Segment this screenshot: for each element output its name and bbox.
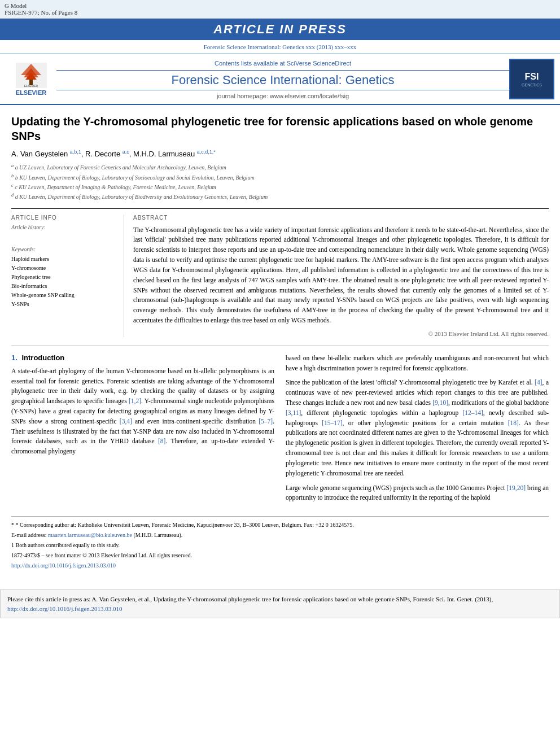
equal-contrib-footnote: 1 Both authors contributed equally to th… xyxy=(11,541,549,549)
introduction-heading: 1. Introduction xyxy=(11,353,274,362)
fsi-logo: FSI GENETICS xyxy=(509,59,554,99)
bottom-citation-bar: Please cite this article in press as: A.… xyxy=(0,589,560,618)
ref-12-14[interactable]: [12–14] xyxy=(462,409,483,416)
intro-paragraph-right-2: Since the publication of the latest 'off… xyxy=(286,378,549,478)
article-in-press-text: ARTICLE IN PRESS xyxy=(213,22,347,36)
keywords-list: Haploid markers Y-chromosome Phylogeneti… xyxy=(11,255,118,309)
journal-header: ELSEVIER ELSEVIER Contents lists availab… xyxy=(0,54,560,105)
sciverse-link[interactable]: Contents lists available at SciVerse Sci… xyxy=(215,60,351,67)
elsevier-text: ELSEVIER xyxy=(16,89,46,96)
journal-title: Forensic Science International: Genetics xyxy=(56,73,509,88)
abstract-column: ABSTRACT The Y-chromosomal phylogenetic … xyxy=(133,215,549,337)
affiliation-a: a a UZ Leuven, Laboratory of Forensic Ge… xyxy=(11,163,549,172)
affiliation-b: b b KU Leuven, Department of Biology, La… xyxy=(11,173,549,182)
article-history-label: Article history: xyxy=(11,224,118,230)
journal-ref-line: Forensic Science International: Genetics… xyxy=(204,43,357,50)
abstract-text: The Y-chromosomal phylogenetic tree has … xyxy=(133,225,549,326)
citation-text: Please cite this article in press as: A.… xyxy=(7,596,493,602)
authors-text: A. Van Geystelen a,b,1, R. Decorte a,c, … xyxy=(11,150,216,158)
elsevier-logo: ELSEVIER ELSEVIER xyxy=(6,63,56,96)
ref-5-7[interactable]: [5–7] xyxy=(259,418,273,425)
issn-footnote: 1872-4973/$ – see front matter © 2013 El… xyxy=(11,551,549,560)
keyword-1: Haploid markers xyxy=(11,255,118,264)
keywords-label: Keywords: xyxy=(11,246,118,252)
copyright-text: © 2013 Elsevier Ireland Ltd. All rights … xyxy=(133,330,549,337)
ref-15-17[interactable]: [15–17] xyxy=(322,420,342,426)
svg-text:ELSEVIER: ELSEVIER xyxy=(24,84,38,88)
intro-paragraph-right-1: based on these bi-allelic markers which … xyxy=(286,353,549,374)
email-link[interactable]: maarten.larmuseau@bio.kuleuven.be xyxy=(48,532,132,538)
article-in-press-bar: ARTICLE IN PRESS xyxy=(0,19,560,40)
article-title: Updating the Y-chromosomal phylogenetic … xyxy=(11,114,549,143)
corresponding-author-footnote: * * Corresponding author at: Katholieke … xyxy=(11,521,549,529)
affiliation-d: d d KU Leuven, Department of Biology, La… xyxy=(11,192,549,201)
email-footnote: E-mail address: maarten.larmuseau@bio.ku… xyxy=(11,531,549,539)
citation-doi-link[interactable]: http://dx.doi.org/10.1016/j.fsigen.2013.… xyxy=(7,605,123,612)
keyword-2: Y-chromosome xyxy=(11,264,118,273)
authors: A. Van Geystelen a,b,1, R. Decorte a,c, … xyxy=(11,149,549,158)
email-label: E-mail address: xyxy=(11,532,48,538)
ref-3-11[interactable]: [3,11] xyxy=(286,409,301,416)
top-banner: G Model FSIGEN-977; No. of Pages 8 xyxy=(0,0,560,19)
ref-1-2[interactable]: [1,2] xyxy=(129,397,141,404)
ref-8[interactable]: [8] xyxy=(158,438,165,444)
ref-9-10[interactable]: [9,10] xyxy=(432,399,448,406)
doi-footnote: http://dx.doi.org/10.1016/j.fsigen.2013.… xyxy=(11,561,549,570)
keyword-6: Y-SNPs xyxy=(11,300,118,309)
body-left-column: 1. Introduction A state-of-the-art phylo… xyxy=(11,353,274,508)
keyword-3: Phylogenetic tree xyxy=(11,273,118,282)
article-info-column: ARTICLE INFO Article history: Keywords: … xyxy=(11,215,124,337)
body-right-column: based on these bi-allelic markers which … xyxy=(286,353,549,508)
article-info-title: ARTICLE INFO xyxy=(11,215,118,221)
intro-paragraph-1: A state-of-the-art phylogeny of the huma… xyxy=(11,366,274,457)
ref-19-20[interactable]: [19,20] xyxy=(506,484,526,491)
article-info-abstract-section: ARTICLE INFO Article history: Keywords: … xyxy=(11,208,549,337)
ref-3-4[interactable]: [3,4] xyxy=(120,418,132,425)
keyword-5: Whole-genome SNP calling xyxy=(11,291,118,300)
doi-link[interactable]: http://dx.doi.org/10.1016/j.fsigen.2013.… xyxy=(11,562,116,569)
keyword-4: Bio-informatics xyxy=(11,282,118,291)
model-info: G Model FSIGEN-977; No. of Pages 8 xyxy=(5,2,77,16)
footnotes-section: * * Corresponding author at: Katholieke … xyxy=(11,517,549,570)
section-divider xyxy=(11,345,549,346)
journal-homepage: journal homepage: www.elsevier.com/locat… xyxy=(56,93,509,99)
intro-paragraph-right-3: Large whole genome sequencing (WGS) proj… xyxy=(286,483,549,504)
ref-18[interactable]: [18] xyxy=(508,420,519,426)
body-section: 1. Introduction A state-of-the-art phylo… xyxy=(11,353,549,508)
affiliations: a a UZ Leuven, Laboratory of Forensic Ge… xyxy=(11,163,549,201)
section-title: Introduction xyxy=(21,353,64,362)
affiliation-c: c c KU Leuven, Department of Imaging & P… xyxy=(11,182,549,191)
section-number: 1. xyxy=(11,353,18,362)
main-content: Updating the Y-chromosomal phylogenetic … xyxy=(0,105,560,580)
ref-4[interactable]: [4] xyxy=(535,379,542,386)
journal-header-center: Contents lists available at SciVerse Sci… xyxy=(56,59,509,99)
abstract-title: ABSTRACT xyxy=(133,215,549,221)
